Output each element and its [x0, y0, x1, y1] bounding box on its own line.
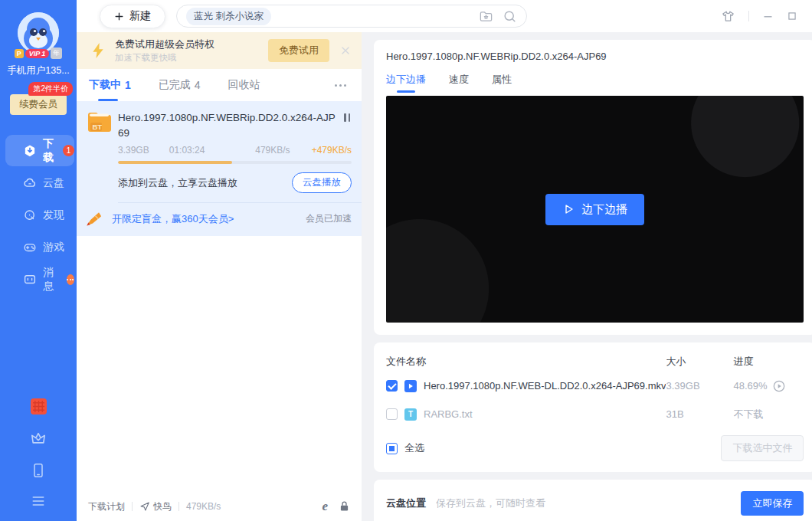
tab-completed[interactable]: 已完成 4	[159, 69, 201, 101]
download-statusbar: 下载计划 快鸟 479KB/s e	[77, 492, 362, 521]
speed-bird-link[interactable]: 快鸟	[139, 500, 172, 513]
menu-icon[interactable]	[31, 495, 46, 507]
tab-trash[interactable]: 回收站	[228, 69, 260, 101]
lock-icon[interactable]	[339, 500, 350, 513]
gamepad-icon	[23, 241, 37, 254]
file-row-video[interactable]: Hero.1997.1080p.NF.WEB-DL.DD2.0.x264-AJP…	[386, 372, 804, 400]
sidebar-item-messages[interactable]: 消息	[5, 264, 74, 295]
tab-label: 下载中	[89, 78, 121, 92]
save-now-button[interactable]: 立即保存	[741, 491, 804, 516]
play-while-download-button[interactable]: 边下边播	[545, 194, 644, 225]
task-progress-fill	[118, 161, 232, 164]
file-checkbox-unchecked[interactable]	[386, 408, 398, 420]
tab-play-while-download[interactable]: 边下边播	[386, 67, 426, 93]
file-list-card: 文件名称 大小 进度 Hero.1997.1080p.NF.WEB-DL.DD2…	[374, 342, 812, 472]
statusbar-divider	[178, 502, 179, 511]
sidebar-item-label: 游戏	[43, 241, 64, 254]
banner-close-icon[interactable]	[339, 44, 352, 57]
video-file-icon	[404, 380, 417, 392]
renew-vip-button[interactable]: 续费会员	[10, 94, 67, 115]
task-size: 3.39GB	[118, 145, 149, 156]
download-task-card[interactable]: BT Hero.1997.1080p.NF.WEBRip.DD2.0.x264-…	[77, 101, 362, 236]
sidebar-bottom-tools	[30, 398, 47, 507]
cloud-save-card: 云盘位置 保存到云盘，可随时查看 立即保存 下载链接 magnet:?xt=ur…	[374, 480, 812, 521]
minimize-icon[interactable]	[762, 11, 774, 22]
statusbar-speed: 479KB/s	[186, 501, 221, 512]
sidebar-nav: 下载 1 云盘 发现 游戏 消息	[0, 135, 77, 296]
sidebar-item-label: 下载	[43, 137, 56, 165]
task-title[interactable]: Hero.1997.1080p.NF.WEBRip.DD2.0.x264-AJP…	[118, 110, 342, 140]
select-all-checkbox[interactable]	[386, 443, 398, 454]
collection-folder-icon[interactable]	[479, 9, 493, 24]
file-checkbox-checked[interactable]	[386, 380, 398, 392]
pause-icon[interactable]	[342, 110, 352, 124]
bt-folder-icon: BT	[87, 110, 113, 140]
file-name: RARBG.txt	[424, 408, 473, 420]
search-input[interactable]: 蓝光 刺杀小说家	[176, 5, 527, 28]
cloud-location-placeholder: 保存到云盘，可随时查看	[436, 496, 733, 510]
live-grid-icon[interactable]	[31, 398, 47, 415]
new-task-button[interactable]: 新建	[100, 5, 165, 28]
text-file-icon: T	[404, 408, 417, 421]
window-controls-divider	[748, 11, 749, 21]
tab-speed[interactable]: 速度	[449, 67, 469, 93]
column-size: 大小	[666, 355, 733, 369]
vip-badges: P VIP 1 年	[15, 48, 63, 59]
speed-bird-label: 快鸟	[153, 500, 172, 513]
banner-subtitle: 加速下载更快哦	[115, 52, 214, 63]
task-boost-speed: +479KB/s	[312, 145, 352, 156]
plus-icon	[114, 11, 124, 21]
sidebar-item-cloud[interactable]: 云盘	[5, 167, 74, 198]
search-icon[interactable]	[503, 9, 517, 24]
select-all-control[interactable]: 全选	[386, 441, 424, 455]
crown-icon[interactable]	[30, 431, 47, 446]
phone-icon[interactable]	[31, 462, 46, 479]
play-icon	[562, 203, 575, 215]
tab-label: 速度	[449, 73, 469, 87]
vip-level-badge[interactable]: VIP 1	[25, 49, 50, 58]
sidebar-item-label: 消息	[43, 266, 59, 293]
cloud-tip-text: 添加到云盘，立享云盘播放	[118, 176, 237, 190]
blind-box-promo-icon	[85, 210, 104, 228]
messages-unread-badge	[67, 274, 74, 285]
circle-play-icon[interactable]	[773, 380, 785, 392]
sidebar-item-games[interactable]: 游戏	[5, 231, 74, 263]
username[interactable]: 手机用户135...	[7, 64, 69, 77]
download-plan-link[interactable]: 下载计划	[88, 500, 125, 513]
new-task-label: 新建	[129, 9, 151, 23]
column-progress: 进度	[733, 355, 804, 369]
cloud-location-label: 云盘位置	[386, 496, 426, 510]
maximize-icon[interactable]	[787, 11, 797, 21]
p-badge[interactable]: P	[15, 49, 24, 58]
download-selected-button[interactable]: 下载选中文件	[721, 435, 804, 461]
video-preview-area[interactable]: 边下边播	[386, 96, 804, 323]
sidebar-item-discover[interactable]: 发现	[5, 199, 74, 231]
task-progress-bar	[118, 161, 352, 164]
window-controls	[721, 9, 812, 24]
vip-trial-banner[interactable]: 免费试用超级会员特权 加速下载更快哦 免费试用	[77, 32, 362, 69]
more-menu-icon[interactable]	[332, 81, 349, 90]
blind-box-promo-link[interactable]: 开限定盲盒，赢360天会员>	[112, 212, 234, 226]
tab-downloading[interactable]: 下载中 1	[89, 69, 131, 101]
sidebar-item-label: 云盘	[43, 176, 64, 190]
half-price-bubble: 第2件半价	[28, 82, 73, 96]
tab-label: 边下边播	[386, 73, 426, 87]
task-tabs: 下载中 1 已完成 4 回收站	[77, 69, 362, 101]
paper-plane-icon	[139, 501, 150, 512]
ie-browser-icon[interactable]: e	[322, 499, 328, 514]
sidebar-item-label: 发现	[43, 208, 64, 222]
download-icon	[23, 144, 37, 158]
tab-properties[interactable]: 属性	[492, 67, 512, 93]
tab-count: 4	[195, 79, 201, 91]
search-tag[interactable]: 蓝光 刺杀小说家	[186, 8, 271, 25]
task-speed: 479KB/s	[255, 145, 290, 156]
file-row-text[interactable]: T RARBG.txt 31B 不下载	[386, 400, 804, 428]
skin-theme-icon[interactable]	[721, 9, 735, 24]
select-all-label: 全选	[404, 441, 424, 455]
discover-icon	[23, 208, 37, 222]
sidebar-item-download[interactable]: 下载 1	[5, 135, 74, 166]
banner-title: 免费试用超级会员特权	[115, 38, 214, 51]
cloud-play-button[interactable]: 云盘播放	[292, 172, 352, 193]
active-tab-underline	[98, 99, 118, 101]
free-trial-button[interactable]: 免费试用	[268, 39, 329, 62]
